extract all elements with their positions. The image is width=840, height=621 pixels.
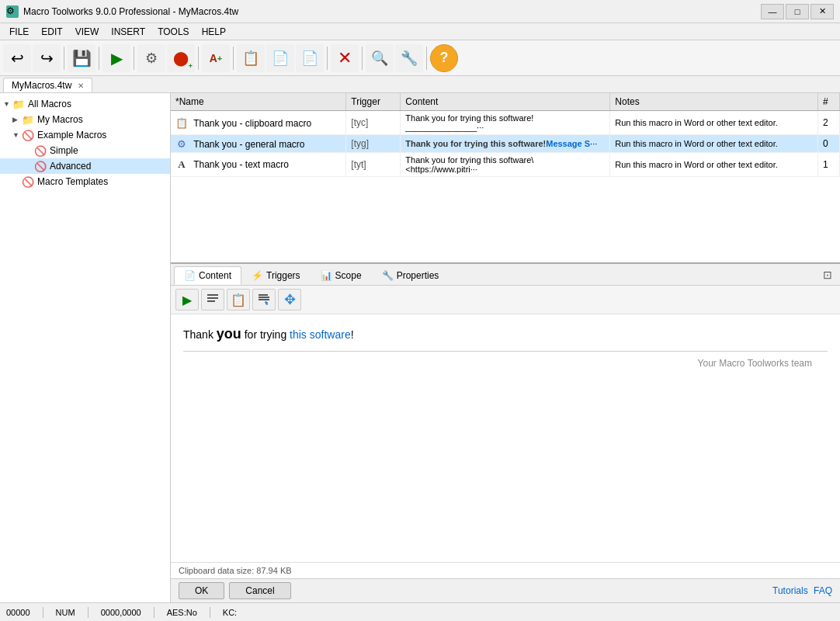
cell-content: Thank you for trying this software\<http… [401, 153, 610, 177]
tab-scope[interactable]: 📊 Scope [311, 266, 372, 285]
svg-rect-3 [259, 294, 268, 296]
edit-content-button[interactable] [252, 289, 276, 310]
col-count: # [818, 93, 840, 111]
file-tab-label: MyMacros.4tw [12, 80, 71, 91]
status-aes: AES:No [167, 608, 197, 617]
cell-notes: Run this macro in Word or other text edi… [610, 153, 818, 177]
sidebar-label-all-macros: All Macros [28, 99, 71, 109]
menu-tools[interactable]: TOOLS [151, 25, 195, 39]
clipboard-size: 87.94 KB [256, 566, 291, 575]
toolbar-sep-5 [233, 47, 234, 70]
footer-info: Clipboard data size: 87.94 KB [171, 562, 840, 578]
content-area: Thank you for trying this software! Your… [171, 314, 840, 562]
triggers-tab-icon: ⚡ [252, 270, 263, 281]
table-row[interactable]: A Thank you - text macro [tyt] Thank you… [171, 153, 840, 177]
play-content-button[interactable]: ▶ [175, 289, 199, 310]
menu-insert[interactable]: INSERT [105, 25, 151, 39]
sidebar-item-simple[interactable]: 🚫 Simple [0, 143, 170, 158]
close-button[interactable]: ✕ [810, 4, 834, 19]
cell-name: ⚙ Thank you - general macro [171, 135, 346, 153]
triggers-tab-label: Triggers [266, 270, 300, 281]
tab-properties[interactable]: 🔧 Properties [372, 266, 450, 285]
content-tab-icon: 📄 [184, 270, 196, 281]
tools-button[interactable]: 🔧 [395, 44, 423, 72]
ok-button[interactable]: OK [179, 582, 224, 599]
redo-button[interactable]: ↪ [33, 44, 61, 72]
scope-tab-icon: 📊 [321, 270, 332, 281]
table-row[interactable]: ⚙ Thank you - general macro [tyg] Thank … [171, 135, 840, 153]
properties-tab-icon: 🔧 [382, 270, 394, 281]
record-button[interactable]: ⬤ + [167, 44, 195, 72]
detail-tabs: 📄 Content ⚡ Triggers 📊 Scope 🔧 Propertie… [171, 264, 840, 286]
title-bar: ⚙ Macro Toolworks 9.0.0 Professional - M… [0, 0, 840, 23]
new-text-button[interactable]: A+ [202, 44, 230, 72]
sidebar-item-example-macros[interactable]: ▼ 🚫 Example Macros [0, 127, 170, 143]
status-coords: 0000,0000 [101, 608, 141, 617]
col-trigger: Trigger [346, 93, 401, 111]
cell-trigger: [tyt] [346, 153, 401, 177]
window-title: Macro Toolworks 9.0.0 Professional - MyM… [23, 6, 238, 17]
file-tab[interactable]: MyMacros.4tw ✕ [3, 78, 92, 92]
right-panel: *Name Trigger Content Notes # 📋 Thank yo… [171, 93, 840, 602]
move-content-button[interactable]: ✥ [278, 289, 301, 310]
status-mode: NUM [56, 608, 75, 617]
tutorials-link[interactable]: Tutorials [772, 585, 808, 596]
expand-panel-button[interactable]: ⊡ [818, 267, 837, 283]
svg-rect-0 [207, 294, 218, 296]
cell-notes: Run this macro in Word or other text edi… [610, 135, 818, 153]
file-tab-close-icon[interactable]: ✕ [78, 82, 84, 90]
copy-button[interactable]: 📋 [237, 44, 265, 72]
table-row[interactable]: 📋 Thank you - clipboard macro [tyc] Than… [171, 111, 840, 135]
faq-link[interactable]: FAQ [814, 585, 832, 596]
search-button[interactable]: 🔍 [366, 44, 394, 72]
col-name: *Name [171, 93, 346, 111]
cell-count: 1 [818, 153, 840, 177]
sidebar-tree: ▼ 📁 All Macros ▶ 📁 My Macros ▼ 🚫 Example… [0, 93, 171, 602]
menu-file[interactable]: FILE [3, 25, 35, 39]
sidebar-item-my-macros[interactable]: ▶ 📁 My Macros [0, 112, 170, 127]
col-notes: Notes [610, 93, 818, 111]
text-prefix: Thank [183, 328, 217, 341]
cell-content: Thank you for trying this software! ____… [401, 111, 610, 135]
tutorials-faq-links: Tutorials FAQ [769, 585, 832, 596]
minimize-button[interactable]: — [761, 4, 784, 19]
sidebar-label-example-macros: Example Macros [37, 130, 106, 141]
format-content-button[interactable] [201, 289, 224, 310]
text-bold: you [217, 326, 241, 342]
paste-content-button[interactable]: 📋 [227, 289, 250, 310]
sidebar-item-advanced[interactable]: 🚫 Advanced [0, 158, 170, 174]
menu-view[interactable]: VIEW [69, 25, 106, 39]
sidebar-item-macro-templates[interactable]: 🚫 Macro Templates [0, 174, 170, 189]
macro-table[interactable]: *Name Trigger Content Notes # 📋 Thank yo… [171, 93, 840, 264]
cancel-button[interactable]: Cancel [229, 582, 290, 599]
help-button[interactable]: ? [430, 44, 458, 72]
maximize-button[interactable]: □ [786, 4, 809, 19]
tab-triggers[interactable]: ⚡ Triggers [241, 266, 311, 285]
svg-rect-2 [207, 300, 215, 302]
undo-button[interactable]: ↩ [3, 44, 31, 72]
toolbar-sep-6 [327, 47, 328, 70]
toolbar-sep-4 [198, 47, 199, 70]
status-kc: KC: [223, 608, 237, 617]
tab-content[interactable]: 📄 Content [174, 266, 241, 285]
save-button[interactable]: 💾 [68, 44, 95, 72]
main-toolbar: ↩ ↪ 💾 ▶ ⚙ ⬤ + A+ 📋 📄 📄 ✕ 🔍 🔧 ? [0, 40, 840, 76]
content-divider [183, 351, 828, 352]
delete-button[interactable]: ✕ [331, 44, 359, 72]
tree-arrow-all-macros: ▼ [3, 100, 12, 108]
content-toolbar: ▶ 📋 ✥ [171, 286, 840, 314]
tree-arrow-macro-templates [12, 178, 22, 186]
format-button[interactable]: 📄 [266, 44, 294, 72]
menu-help[interactable]: HELP [196, 25, 232, 39]
sidebar-item-all-macros[interactable]: ▼ 📁 All Macros [0, 96, 170, 112]
text-suffix: ! [351, 328, 354, 341]
menu-edit[interactable]: EDIT [35, 25, 68, 39]
status-sep-2 [88, 607, 89, 618]
svg-rect-1 [207, 297, 218, 299]
team-signature: Your Macro Toolworks team [183, 358, 828, 369]
red-circle-icon-example: 🚫 [22, 129, 34, 141]
svg-rect-5 [259, 299, 269, 300]
run-button[interactable]: ▶ [102, 44, 130, 72]
paste-button[interactable]: 📄 [296, 44, 324, 72]
settings-button[interactable]: ⚙ [137, 44, 165, 72]
